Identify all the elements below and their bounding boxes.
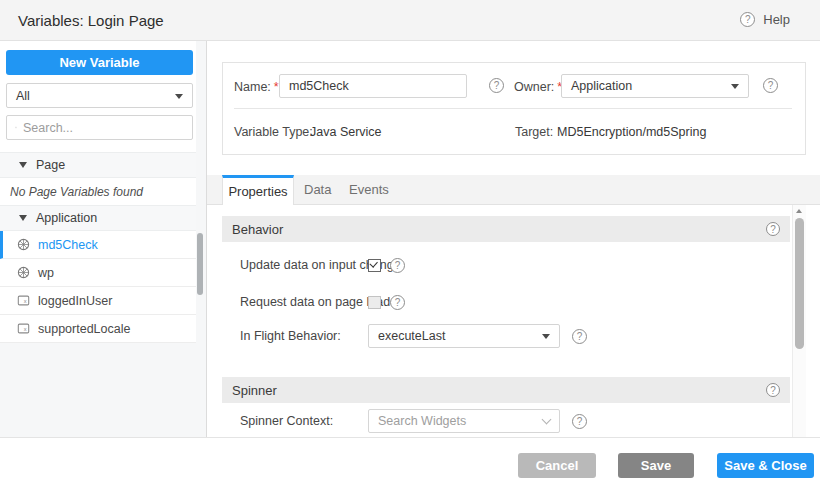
tab-properties[interactable]: Properties [222,175,294,205]
chevron-down-icon [542,334,550,339]
variable-type-value: Java Service [310,125,382,139]
target-label: Target: [515,125,553,139]
update-data-checkbox[interactable] [368,259,381,272]
scroll-up-icon[interactable] [796,209,802,213]
sidebar-scrollbar-thumb[interactable] [197,233,203,295]
owner-value: Application [571,79,632,93]
svg-text:x: x [24,298,27,304]
action-footer: Cancel Save Save & Close [0,437,820,488]
spinner-context-help-icon[interactable]: ? [572,414,587,429]
sidebar-item-wp[interactable]: wp [0,259,196,287]
chevron-down-icon [175,94,183,99]
in-flight-behavior-row: In Flight Behavior: executeLast ? [222,324,790,348]
sidebar-item-label: wp [38,266,54,280]
spinner-context-placeholder: Search Widgets [378,414,466,428]
collapse-triangle-icon [19,215,27,221]
tree-group-application[interactable]: Application [0,205,196,231]
spinner-context-combobox[interactable]: Search Widgets [368,409,560,433]
variable-icon: x [17,322,30,335]
behavior-section-header: Behavior ? [222,216,790,242]
save-button[interactable]: Save [618,453,694,478]
variables-sidebar: New Variable All Page No Page Variables … [0,41,207,437]
tab-bar: Properties Data Events [207,175,820,205]
spinner-section: Spinner ? Spinner Context: Search Widget… [222,377,790,403]
sidebar-item-md5check[interactable]: md5Check [0,231,196,259]
in-flight-behavior-select[interactable]: executeLast [368,324,560,348]
page-title: Variables: Login Page [18,12,164,29]
java-service-icon [17,266,30,279]
owner-label: Owner:* [514,80,562,94]
owner-select[interactable]: Application [561,74,749,98]
variable-filter-select[interactable]: All [6,83,193,108]
java-service-icon [17,238,30,251]
cancel-button[interactable]: Cancel [518,453,596,478]
update-data-help-icon[interactable]: ? [390,258,405,273]
spinner-section-header: Spinner ? [222,377,790,403]
chevron-down-icon [542,415,552,425]
in-flight-behavior-label: In Flight Behavior: [240,329,341,343]
search-icon [15,121,17,134]
variable-detail-panel: Name:* ? Owner:* Application ? Variable … [207,41,820,488]
sidebar-item-loggedinuser[interactable]: x loggedInUser [0,287,196,315]
name-input[interactable] [279,74,467,98]
spinner-context-row: Spinner Context: Search Widgets ? [222,409,790,433]
sidebar-item-label: md5Check [38,238,98,252]
behavior-section-title: Behavior [232,222,283,237]
required-asterisk: * [274,80,279,94]
name-label: Name:* [234,80,279,94]
request-data-checkbox[interactable] [368,296,381,309]
sidebar-item-label: supportedLocale [38,322,130,336]
variable-search [6,115,193,140]
new-variable-button[interactable]: New Variable [6,50,193,75]
collapse-triangle-icon [19,162,27,168]
save-and-close-button[interactable]: Save & Close [717,453,814,478]
page-header: Variables: Login Page ? Help [0,0,820,41]
empty-page-variables-message: No Page Variables found [0,178,196,205]
behavior-section: Behavior ? Update data on input change ?… [222,216,790,242]
search-input[interactable] [23,121,184,135]
sidebar-item-supportedlocale[interactable]: x supportedLocale [0,315,196,343]
help-button[interactable]: ? Help [740,12,790,27]
help-circle-icon: ? [740,12,755,27]
request-data-row: Request data on page load ? [222,290,790,314]
sidebar-item-label: loggedInUser [38,294,112,308]
spinner-context-label: Spinner Context: [240,414,333,428]
owner-help-icon[interactable]: ? [763,78,778,93]
variable-type-label: Variable Type: [234,125,313,139]
variable-tree: Page No Page Variables found Application… [0,152,196,343]
scrollbar-thumb[interactable] [795,218,804,349]
behavior-help-icon[interactable]: ? [766,222,780,236]
svg-text:x: x [24,326,27,332]
tree-group-label: Page [36,158,65,172]
in-flight-behavior-value: executeLast [378,329,445,343]
variable-icon: x [17,294,30,307]
spinner-help-icon[interactable]: ? [766,383,780,397]
chevron-down-icon [731,84,739,89]
tree-group-page[interactable]: Page [0,152,196,178]
spinner-section-title: Spinner [232,383,277,398]
request-data-help-icon[interactable]: ? [390,295,405,310]
help-label: Help [763,12,790,27]
in-flight-behavior-help-icon[interactable]: ? [572,329,587,344]
tab-events[interactable]: Events [349,175,389,204]
target-value: MD5Encryption/md5Spring [557,125,706,139]
variable-summary-box: Name:* ? Owner:* Application ? Variable … [222,62,806,155]
tab-data[interactable]: Data [304,175,331,204]
tree-group-label: Application [36,211,97,225]
name-help-icon[interactable]: ? [489,78,504,93]
form-divider [234,108,792,109]
update-data-row: Update data on input change ? [222,253,790,277]
variable-filter-value: All [16,89,30,103]
